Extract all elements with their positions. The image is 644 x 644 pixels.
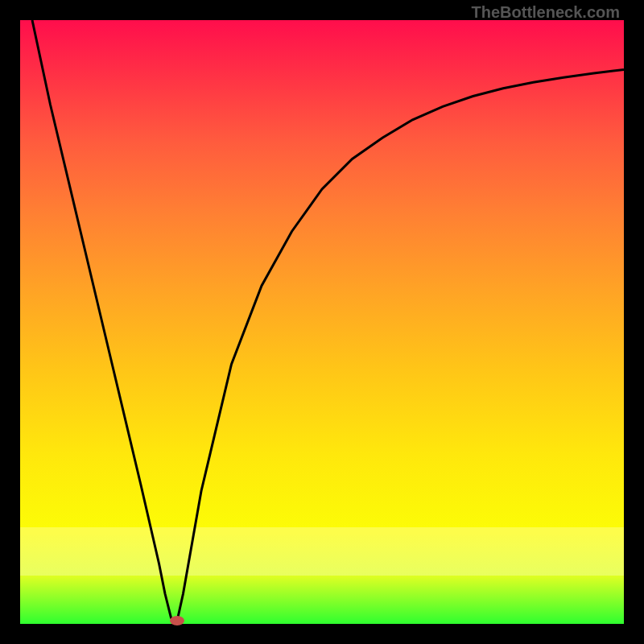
chart-plot-area	[20, 20, 624, 624]
brand-watermark: TheBottleneck.com	[472, 3, 620, 22]
chart-curve-svg	[20, 20, 624, 624]
bottleneck-curve	[32, 20, 624, 621]
